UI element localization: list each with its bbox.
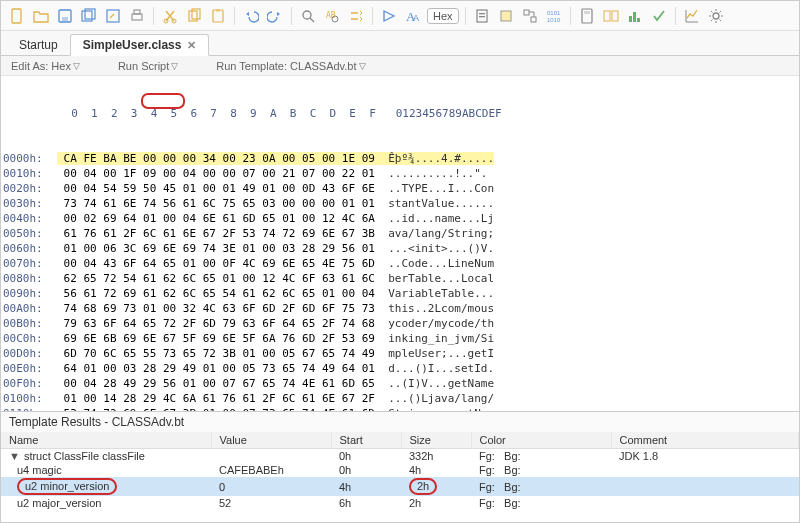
hex-row[interactable]: 0090h: 56 61 72 69 61 62 6C 65 54 61 62 … (3, 286, 799, 301)
col-color[interactable]: Color (471, 432, 611, 449)
svg-text:0101: 0101 (547, 10, 561, 16)
new-icon[interactable] (7, 6, 27, 26)
toolbar-separator (234, 7, 235, 25)
svg-text:1010: 1010 (547, 17, 561, 23)
svg-rect-30 (604, 11, 610, 21)
svg-rect-25 (531, 17, 536, 22)
table-row[interactable]: u2 minor_version 0 4h 2h Fg: Bg: (1, 477, 799, 496)
sub-toolbar: Edit As: Hex ▽ Run Script ▽ Run Template… (1, 56, 799, 76)
hex-row[interactable]: 0040h: 00 02 69 64 01 00 04 6E 61 6D 65 … (3, 211, 799, 226)
hex-column-header: 0 1 2 3 4 5 6 7 8 9 A B C D E F 01234567… (3, 106, 799, 121)
col-name[interactable]: Name (1, 432, 211, 449)
svg-rect-6 (132, 14, 142, 20)
hex-row[interactable]: 00E0h: 64 01 00 03 28 29 49 01 00 05 73 … (3, 361, 799, 376)
svg-rect-33 (633, 12, 636, 22)
toolbar-separator (153, 7, 154, 25)
find-icon[interactable] (298, 6, 318, 26)
save-all-icon[interactable] (79, 6, 99, 26)
hex-row[interactable]: 0100h: 01 00 14 28 29 4C 6A 61 76 61 2F … (3, 391, 799, 406)
svg-text:A: A (413, 13, 419, 23)
hex-mode-button[interactable]: Hex (427, 8, 459, 24)
hex-row[interactable]: 0110h: 53 74 72 69 6E 67 3B 01 00 07 73 … (3, 406, 799, 411)
save-as-icon[interactable] (103, 6, 123, 26)
print-icon[interactable] (127, 6, 147, 26)
replace-icon[interactable] (346, 6, 366, 26)
cut-icon[interactable] (160, 6, 180, 26)
hex-row[interactable]: 0070h: 00 04 43 6F 64 65 01 00 0F 4C 69 … (3, 256, 799, 271)
tab-file[interactable]: SimpleUser.class ✕ (70, 34, 210, 56)
hex-row[interactable]: 0000h: CA FE BA BE 00 00 00 34 00 23 0A … (3, 151, 799, 166)
copy-icon[interactable] (184, 6, 204, 26)
tab-file-label: SimpleUser.class (83, 38, 182, 52)
settings-icon[interactable] (706, 6, 726, 26)
open-icon[interactable] (31, 6, 51, 26)
paste-icon[interactable] (208, 6, 228, 26)
table-row[interactable]: u4 magic CAFEBABEh 0h 4h Fg: Bg: (1, 463, 799, 477)
template-results-table: Name Value Start Size Color Comment ▼str… (1, 432, 799, 510)
classfile-name: struct ClassFile classFile (24, 450, 145, 462)
tab-bar: Startup SimpleUser.class ✕ (1, 31, 799, 56)
hex-row[interactable]: 00A0h: 74 68 69 73 01 00 32 4C 63 6F 6D … (3, 301, 799, 316)
svg-rect-0 (12, 9, 21, 23)
col-value[interactable]: Value (211, 432, 331, 449)
checksum-icon[interactable] (649, 6, 669, 26)
svg-rect-34 (637, 18, 640, 22)
toolbar-separator (675, 7, 676, 25)
col-size[interactable]: Size (401, 432, 471, 449)
table-row[interactable]: ▼struct ClassFile classFile 0h 332h Fg: … (1, 449, 799, 464)
hex-row[interactable]: 0050h: 61 76 61 2F 6C 61 6E 67 2F 53 74 … (3, 226, 799, 241)
compare-icon[interactable] (601, 6, 621, 26)
highlighted-field-size: 2h (409, 478, 437, 495)
main-toolbar: AB AA Hex 01011010 (1, 1, 799, 31)
undo-icon[interactable] (241, 6, 261, 26)
hex-row[interactable]: 0060h: 01 00 06 3C 69 6E 69 74 3E 01 00 … (3, 241, 799, 256)
col-start[interactable]: Start (331, 432, 401, 449)
highlight-icon[interactable] (496, 6, 516, 26)
svg-rect-7 (134, 10, 140, 14)
hex-row[interactable]: 00D0h: 6D 70 6C 65 55 73 65 72 3B 01 00 … (3, 346, 799, 361)
hex-row[interactable]: 00F0h: 00 04 28 49 29 56 01 00 07 67 65 … (3, 376, 799, 391)
svg-rect-20 (479, 13, 485, 14)
hex-editor[interactable]: 0 1 2 3 4 5 6 7 8 9 A B C D E F 01234567… (1, 76, 799, 411)
hex-row[interactable]: 0030h: 73 74 61 6E 74 56 61 6C 75 65 03 … (3, 196, 799, 211)
calculator-icon[interactable] (577, 6, 597, 26)
edit-as-dropdown[interactable]: Edit As: Hex ▽ (11, 60, 80, 72)
svg-rect-13 (216, 9, 220, 12)
hex-row[interactable]: 0020h: 00 04 54 59 50 45 01 00 01 49 01 … (3, 181, 799, 196)
find-hex-icon[interactable]: AB (322, 6, 342, 26)
run-script-dropdown[interactable]: Run Script ▽ (118, 60, 178, 72)
svg-text:AB: AB (326, 11, 336, 20)
col-comment[interactable]: Comment (611, 432, 799, 449)
chart-icon[interactable] (682, 6, 702, 26)
expand-icon[interactable]: ▼ (9, 450, 20, 462)
svg-rect-21 (479, 16, 485, 17)
close-icon[interactable]: ✕ (187, 39, 196, 52)
hex-row[interactable]: 0010h: 00 04 00 1F 09 00 04 00 00 07 00 … (3, 166, 799, 181)
structure-icon[interactable] (520, 6, 540, 26)
save-icon[interactable] (55, 6, 75, 26)
svg-rect-32 (629, 16, 632, 22)
font-icon[interactable]: AA (403, 6, 423, 26)
svg-point-14 (303, 11, 311, 19)
hex-row[interactable]: 00B0h: 79 63 6F 64 65 72 2F 6D 79 63 6F … (3, 316, 799, 331)
chevron-down-icon: ▽ (73, 61, 80, 71)
svg-point-35 (713, 13, 719, 19)
table-row[interactable]: u2 major_version 52 6h 2h Fg: Bg: (1, 496, 799, 510)
run-template-dropdown[interactable]: Run Template: CLASSAdv.bt ▽ (216, 60, 365, 72)
svg-rect-24 (524, 10, 529, 15)
binary-icon[interactable]: 01011010 (544, 6, 564, 26)
svg-rect-31 (612, 11, 618, 21)
histogram-icon[interactable] (625, 6, 645, 26)
hex-row[interactable]: 0080h: 62 65 72 54 61 62 6C 65 01 00 12 … (3, 271, 799, 286)
toolbar-separator (465, 7, 466, 25)
table-header-row: Name Value Start Size Color Comment (1, 432, 799, 449)
svg-rect-5 (107, 10, 119, 22)
redo-icon[interactable] (265, 6, 285, 26)
template-results-title: Template Results - CLASSAdv.bt (1, 411, 799, 432)
hex-row[interactable]: 00C0h: 69 6E 6B 69 6E 67 5F 69 6E 5F 6A … (3, 331, 799, 346)
svg-rect-22 (501, 11, 511, 21)
toolbar-separator (291, 7, 292, 25)
bookmark-icon[interactable] (472, 6, 492, 26)
tab-startup[interactable]: Startup (7, 35, 70, 55)
goto-icon[interactable] (379, 6, 399, 26)
